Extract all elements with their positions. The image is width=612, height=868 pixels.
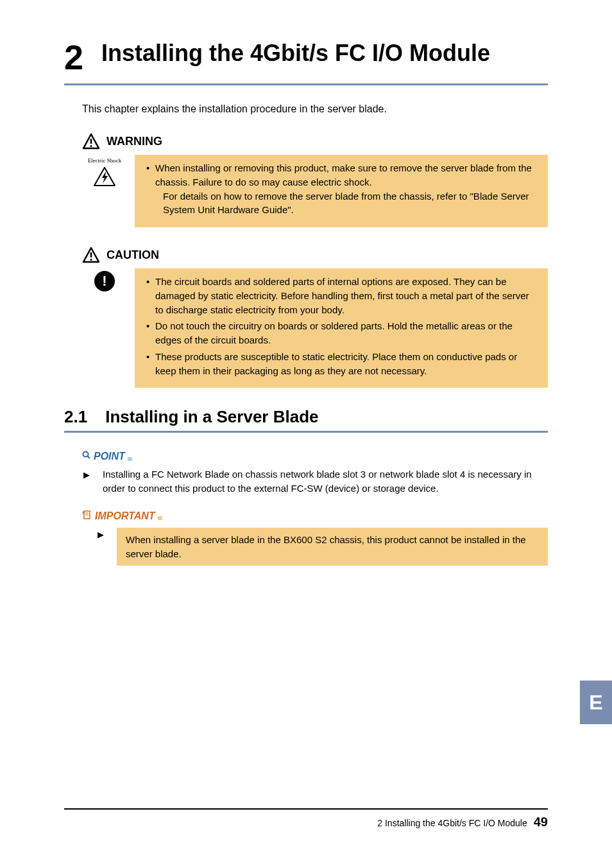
warning-item: When installing or removing this product… <box>148 161 538 217</box>
electric-shock-label: Electric Shock <box>88 157 122 164</box>
caution-triangle-icon <box>82 247 100 263</box>
caution-item: These products are susceptible to static… <box>148 350 538 378</box>
point-label: POINT <box>94 451 125 462</box>
page-footer: 2 Installing the 4Gbit/s FC I/O Module 4… <box>64 808 548 829</box>
warning-item-text: When installing or removing this product… <box>155 162 532 187</box>
point-content: ▶ Installing a FC Network Blade on chass… <box>82 467 548 496</box>
side-tab: E <box>580 681 612 724</box>
warning-label: WARNING <box>106 135 162 148</box>
important-label: IMPORTANT <box>95 510 155 522</box>
important-block: IMPORTANT ▄ ▶ When installing a server b… <box>82 510 548 566</box>
caution-body: ! The circuit boards and soldered parts … <box>82 268 548 388</box>
svg-point-6 <box>90 259 92 261</box>
page-content: 2 Installing the 4Gbit/s FC I/O Module T… <box>0 0 612 566</box>
magnifier-icon <box>82 451 91 462</box>
point-block: POINT ▄ ▶ Installing a FC Network Blade … <box>82 451 548 496</box>
caution-side: ! <box>82 268 127 291</box>
exclamation-circle-icon: ! <box>94 271 115 291</box>
arrow-icon: ▶ <box>98 528 104 566</box>
svg-line-8 <box>88 456 90 459</box>
paper-icon <box>82 510 92 523</box>
warning-body: Electric Shock When installing or removi… <box>82 155 548 227</box>
section-number: 2.1 <box>64 407 87 427</box>
point-text: Installing a FC Network Blade on chassis… <box>103 467 548 496</box>
point-trail-icon: ▄ <box>128 453 132 460</box>
caution-label: CAUTION <box>106 248 159 262</box>
important-content: ▶ When installing a server blade in the … <box>82 528 548 566</box>
important-text: When installing a server blade in the BX… <box>117 528 548 566</box>
chapter-number: 2 <box>64 39 83 74</box>
svg-point-2 <box>90 145 92 147</box>
caution-heading: CAUTION <box>82 247 548 263</box>
footer-text: 2 Installing the 4Gbit/s FC I/O Module <box>377 818 527 828</box>
svg-point-7 <box>83 452 89 457</box>
warning-side: Electric Shock <box>82 155 127 189</box>
section-header: 2.1 Installing in a Server Blade <box>64 407 548 433</box>
important-heading: IMPORTANT ▄ <box>82 510 548 523</box>
intro-text: This chapter explains the installation p… <box>82 103 548 115</box>
caution-item: The circuit boards and soldered parts of… <box>148 275 538 317</box>
warning-content: When installing or removing this product… <box>135 155 548 227</box>
warning-triangle-icon <box>82 133 100 150</box>
caution-item: Do not touch the circuitry on boards or … <box>148 319 538 347</box>
important-trail-icon: ▄ <box>158 512 162 519</box>
arrow-icon: ▶ <box>83 467 90 496</box>
warning-continued: For details on how to remove the server … <box>155 189 538 218</box>
caution-content: The circuit boards and soldered parts of… <box>135 268 548 388</box>
section-title: Installing in a Server Blade <box>105 407 318 427</box>
warning-heading: WARNING <box>82 133 548 150</box>
electric-shock-icon <box>93 166 116 189</box>
caution-block: CAUTION ! The circuit boards and soldere… <box>82 247 548 388</box>
page-number: 49 <box>534 815 548 829</box>
point-heading: POINT ▄ <box>82 451 548 462</box>
chapter-header: 2 Installing the 4Gbit/s FC I/O Module <box>64 39 548 85</box>
warning-block: WARNING Electric Shock When installing o… <box>82 133 548 227</box>
chapter-title: Installing the 4Gbit/s FC I/O Module <box>101 39 490 67</box>
